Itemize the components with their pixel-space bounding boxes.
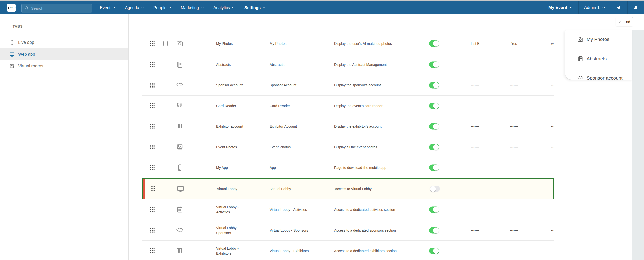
list-column-value: List B [459,41,492,46]
phone-icon [176,164,184,171]
menu-item-event[interactable]: Event [100,5,115,10]
toggle-knob [433,248,439,254]
menu-item-people[interactable]: People [153,5,171,10]
handshake-icon [577,75,584,80]
preview-menu-item-my-photos[interactable]: My Photos [565,34,632,45]
list-column-value: ------- [459,103,492,108]
visibility-toggle[interactable] [429,103,439,109]
handshake-icon [176,226,184,234]
preview-menu-item-sponsor-account[interactable]: Sponsor account [565,73,632,80]
row-checkbox[interactable] [163,41,168,46]
drag-handle[interactable] [150,207,155,212]
book-icon [577,56,584,62]
table-row: Sponsor account Sponsor Account Display … [142,75,554,96]
list-column-value: ------- [459,207,492,212]
list-column-value: ------- [460,186,492,191]
visibility-toggle[interactable] [429,123,439,129]
sidebar-item-live-app[interactable]: Live app [0,36,128,48]
clipped-column-value: -- [551,248,554,253]
sidebar-items: Live app Web app Virtual rooms [0,36,128,72]
drag-handle[interactable] [150,145,155,150]
flag-column-value: ------- [498,124,531,129]
toggle-knob [433,165,439,170]
calendar-icon [176,206,184,213]
table-row: Virtual Lobby - Exhibitors Virtual Lobby… [142,241,554,260]
drag-handle[interactable] [151,186,156,191]
table-row: Virtual Lobby - Activities Virtual Lobby… [142,199,554,220]
tab-name: My Photos [216,41,251,46]
tab-label: Exhibitor Account [270,124,328,129]
global-search [21,4,92,13]
event-selector-label: My Event [548,5,567,10]
menu-item-marketing[interactable]: Marketing [181,5,204,10]
visibility-toggle[interactable] [429,164,439,171]
sidebar-item-web-app[interactable]: Web app [0,48,128,60]
tab-name: Virtual Lobby - Sponsors [216,225,251,235]
drag-handle[interactable] [150,41,155,46]
tab-description: Display all the event photos [334,144,442,149]
booth-icon [176,247,184,255]
drag-handle[interactable] [150,248,155,253]
selected-row-accent [143,179,145,199]
list-column-value: ------- [459,228,492,233]
toggle-knob [433,227,439,233]
announcements-button[interactable] [611,1,627,14]
camera-icon [176,40,184,48]
camera-icon [577,36,584,43]
event-selector[interactable]: My Event [543,1,578,14]
clipped-column-value: -- [551,207,554,212]
gallery-icon [176,143,184,151]
search-input[interactable] [21,4,92,13]
menu-item-analytics[interactable]: Analytics [213,5,235,10]
menu-item-settings[interactable]: Settings [244,5,266,10]
tab-description: Access to a dedicated activities section [334,207,442,212]
drag-handle[interactable] [150,124,155,129]
tab-description: Page to download the mobile app [334,165,442,170]
visibility-toggle[interactable] [429,61,439,68]
toggle-knob [433,62,439,67]
tab-label: Virtual Lobby [270,186,328,191]
visibility-toggle[interactable] [430,186,440,192]
tab-description: Display the exhibitor's account [334,124,442,129]
clipped-column-value: -- [552,186,554,191]
flag-column-value: ------- [498,228,531,233]
account-menu[interactable]: Admin 1 [578,1,611,14]
inevent-logo[interactable]: ❖ InEvent [7,4,16,12]
drag-handle[interactable] [150,103,155,108]
tab-name: Abstracts [216,62,251,67]
tab-label: Virtual Lobby - Activities [270,207,328,212]
sidebar-item-virtual-rooms[interactable]: Virtual rooms [0,60,128,72]
inevent-logo-text: InEvent [10,7,16,9]
visibility-toggle[interactable] [429,40,439,47]
menu-item-agenda[interactable]: Agenda [125,5,144,10]
flag-column-value: ------- [498,207,531,212]
visibility-toggle[interactable] [429,248,439,254]
tab-description: Access to a dedicated sponsors section [334,228,442,233]
tab-label: Event Photos [270,144,328,149]
tab-description: Display the sponsor's account [334,82,442,88]
clipped-column-value: -- [551,228,554,233]
table-row: Event Photos Event Photos Display all th… [142,137,554,157]
drag-handle[interactable] [150,62,155,67]
chevron-down-icon [201,6,204,9]
list-column-value: ------- [459,124,492,129]
visibility-toggle[interactable] [429,227,439,233]
notifications-button[interactable] [627,1,644,14]
clipped-column-value: -- [551,103,554,108]
topnav-right-cluster: My Event Admin 1 [543,1,644,14]
chevron-down-icon [602,6,605,9]
drag-handle[interactable] [150,165,155,170]
monitor-icon [9,52,15,57]
drag-handle[interactable] [150,228,155,233]
sidebar-section-title: TABS [13,24,23,28]
end-button[interactable]: End [616,17,633,26]
visibility-toggle[interactable] [429,144,439,150]
tab-label: Virtual Lobby - Exhibitors [270,248,328,253]
preview-menu-item-abstracts[interactable]: Abstracts [565,53,632,64]
drag-handle[interactable] [150,83,155,88]
chevron-down-icon [232,6,235,9]
app-screen: ❖ InEvent Event Agenda People Marketing … [0,0,644,260]
tab-description: Access to a dedicated exhibitors section [334,248,442,253]
visibility-toggle[interactable] [429,206,439,213]
visibility-toggle[interactable] [429,82,439,88]
